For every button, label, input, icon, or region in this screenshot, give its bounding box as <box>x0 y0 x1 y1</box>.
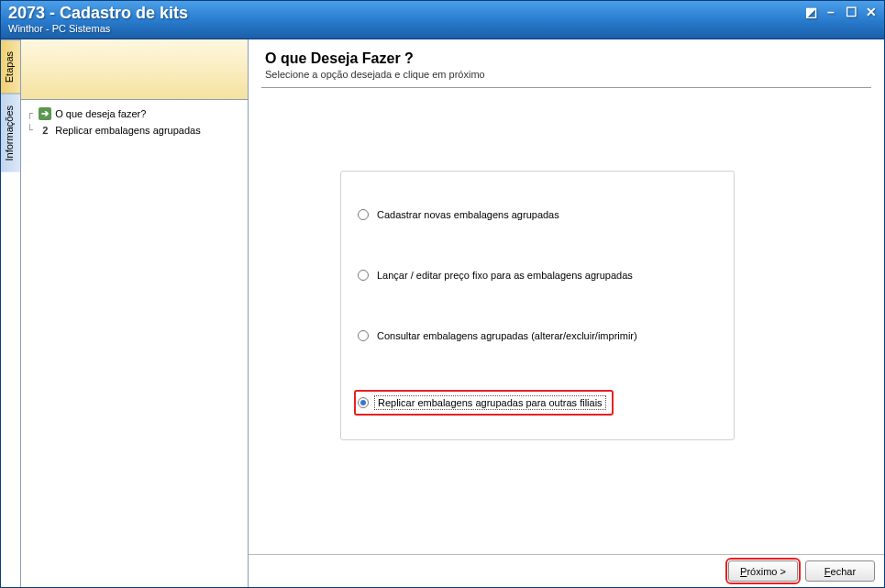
sidebar: Etapas Informações ┌ ➔ O que deseja faze… <box>1 39 249 587</box>
close-button[interactable]: Fechar <box>805 560 875 582</box>
steps-tree: ┌ ➔ O que deseja fazer? └ 2 Replicar emb… <box>21 100 248 144</box>
radio-replicar[interactable]: Replicar embalagens agrupadas para outra… <box>358 390 717 416</box>
options-panel: Cadastrar novas embalagens agrupadas Lan… <box>340 171 735 440</box>
radio-icon <box>358 330 369 341</box>
radio-lancar-editar[interactable]: Lançar / editar preço fixo para as embal… <box>358 269 717 282</box>
arrow-right-icon: ➔ <box>39 107 51 120</box>
radio-label: Cadastrar novas embalagens agrupadas <box>374 208 562 221</box>
tree-item-2[interactable]: └ 2 Replicar embalagens agrupadas <box>25 122 244 139</box>
page-subtitle: Selecione a opção desejada e clique em p… <box>265 67 868 80</box>
radio-label: Consultar embalagens agrupadas (alterar/… <box>374 329 640 342</box>
tree-connector: ┌ <box>27 106 39 121</box>
main-header: O que Deseja Fazer ? Selecione a opção d… <box>249 39 884 85</box>
radio-label: Lançar / editar preço fixo para as embal… <box>374 269 636 282</box>
titlebar: 2073 - Cadastro de kits Winthor - PC Sis… <box>1 1 884 39</box>
window-title: 2073 - Cadastro de kits <box>8 4 877 22</box>
footer: Próximo > Fechar <box>249 554 884 587</box>
tab-etapas[interactable]: Etapas <box>1 39 20 94</box>
minimize-icon[interactable]: – <box>824 5 838 19</box>
radio-icon <box>358 397 369 408</box>
main-panel: O que Deseja Fazer ? Selecione a opção d… <box>249 39 884 587</box>
radio-cadastrar[interactable]: Cadastrar novas embalagens agrupadas <box>358 208 717 221</box>
content-area: Etapas Informações ┌ ➔ O que deseja faze… <box>1 39 884 587</box>
side-panel: ┌ ➔ O que deseja fazer? └ 2 Replicar emb… <box>21 39 248 587</box>
close-icon[interactable]: ✕ <box>864 5 879 19</box>
edit-icon[interactable]: ◩ <box>803 5 818 19</box>
radio-label: Replicar embalagens agrupadas para outra… <box>374 395 606 410</box>
tree-step-number: 2 <box>39 123 51 138</box>
side-panel-header <box>21 39 248 100</box>
window-subtitle: Winthor - PC Sistemas <box>8 22 877 35</box>
radio-icon <box>358 270 369 281</box>
next-button[interactable]: Próximo > <box>728 560 798 582</box>
tree-item-1[interactable]: ┌ ➔ O que deseja fazer? <box>25 105 244 122</box>
radio-consultar[interactable]: Consultar embalagens agrupadas (alterar/… <box>358 329 717 342</box>
tab-informacoes[interactable]: Informações <box>1 94 20 172</box>
window-controls: ◩ – ☐ ✕ <box>803 5 879 19</box>
main-body: Cadastrar novas embalagens agrupadas Lan… <box>249 88 884 554</box>
tree-item-label: O que deseja fazer? <box>55 106 146 121</box>
tree-item-label: Replicar embalagens agrupadas <box>55 123 200 138</box>
radio-icon <box>358 209 369 220</box>
maximize-icon[interactable]: ☐ <box>844 5 858 19</box>
tree-connector: └ <box>27 123 39 138</box>
page-title: O que Deseja Fazer ? <box>265 50 868 67</box>
highlight-box: Replicar embalagens agrupadas para outra… <box>354 390 614 416</box>
side-tabs: Etapas Informações <box>1 39 21 587</box>
